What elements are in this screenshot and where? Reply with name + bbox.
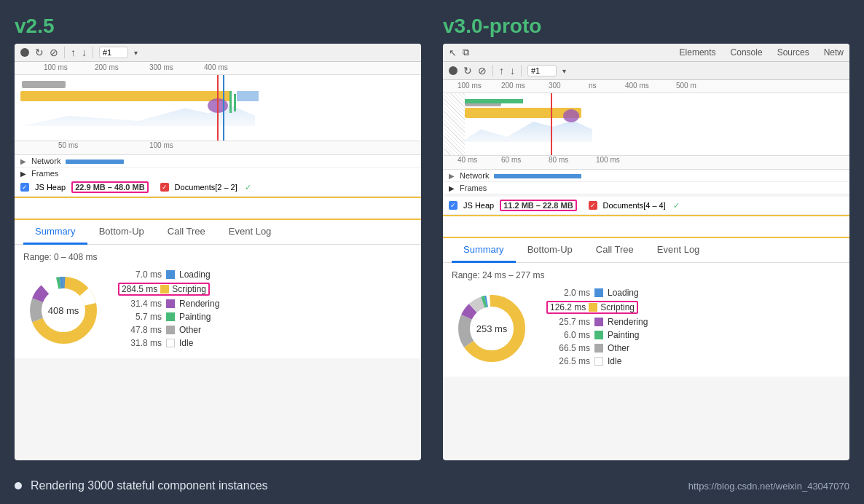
- right-record-button[interactable]: [449, 66, 457, 75]
- left-summary-content: Range: 0 – 408 ms: [15, 245, 421, 358]
- left-network-label: Network: [31, 157, 60, 165]
- left-download-icon[interactable]: ↓: [82, 47, 87, 58]
- right-timeline-wrap: 100 ms 200 ms 300 ns 400 ms 500 m: [443, 80, 849, 197]
- right-js-heap-value: 11.2 MB – 22.8 MB: [500, 200, 576, 211]
- right-frames-arrow: ▶: [449, 184, 455, 192]
- left-reload-icon[interactable]: ↻: [35, 47, 44, 58]
- right-tab-bottomup[interactable]: Bottom-Up: [516, 238, 584, 263]
- bottom-bullet: [15, 482, 22, 489]
- left-frames-arrow: ▶: [20, 170, 26, 178]
- right-scripting-value: 126.2 ms: [550, 302, 586, 312]
- left-arrow-icon[interactable]: ▾: [134, 49, 138, 57]
- left-record-button[interactable]: [20, 48, 29, 57]
- right-frames-row: ▶ Frames: [443, 182, 849, 194]
- right-memory-row: ✓ JS Heap 11.2 MB – 22.8 MB ✓ Documents[…: [443, 197, 849, 215]
- left-hash-input[interactable]: [99, 47, 128, 58]
- left-scripting-value: 284.5 ms: [122, 284, 157, 294]
- right-tab-network[interactable]: Netw: [824, 47, 844, 58]
- right-ruler-400: 400 ms: [625, 82, 649, 90]
- left-legend-loading: 7.0 ms Loading: [118, 269, 219, 280]
- right-loading-value: 2.0 ms: [546, 288, 590, 298]
- right-tab-elements[interactable]: Elements: [680, 47, 716, 58]
- left-other-value: 47.8 ms: [118, 325, 162, 335]
- right-summary-panel: Summary Bottom-Up Call Tree Event Log Ra…: [443, 237, 849, 377]
- right-tab-calltree[interactable]: Call Tree: [584, 238, 645, 263]
- right-other-label: Other: [608, 343, 629, 353]
- right-legend-painting: 6.0 ms Painting: [546, 330, 648, 340]
- left-donut-label: 408 ms: [48, 305, 79, 316]
- right-legend-scripting: 126.2 ms Scripting: [546, 301, 648, 314]
- right-network-row: ▶ Network: [443, 170, 849, 182]
- left-docs-checkbox[interactable]: ✓: [160, 183, 169, 192]
- left-bottom-ruler: 50 ms 100 ms: [15, 141, 421, 155]
- left-tab-bottomup[interactable]: Bottom-Up: [87, 220, 156, 245]
- left-docs-check-icon: ✓: [245, 183, 251, 192]
- right-cursor-icon[interactable]: ↖: [449, 47, 457, 58]
- left-donut-container: 408 ms: [23, 270, 103, 350]
- right-green-bar: [465, 99, 523, 103]
- right-60ms: 60 ms: [501, 156, 521, 164]
- right-js-heap-checkbox[interactable]: ✓: [449, 201, 457, 210]
- right-ruler-200: 200 ms: [501, 82, 525, 90]
- left-100ms: 100 ms: [149, 141, 173, 149]
- left-network-bar: [66, 160, 124, 164]
- left-idle-color: [166, 339, 175, 347]
- left-green-spike2: [234, 94, 236, 111]
- right-idle-label: Idle: [608, 356, 621, 366]
- left-tab-calltree[interactable]: Call Tree: [156, 220, 217, 245]
- right-tracks: [443, 93, 849, 155]
- left-blue-track: [237, 91, 259, 101]
- right-stop-icon[interactable]: ⊘: [478, 65, 487, 76]
- left-loading-color: [166, 270, 175, 279]
- right-scripting-color: [589, 303, 597, 312]
- left-painting-value: 5.7 ms: [118, 312, 162, 322]
- left-summary-panel: Summary Bottom-Up Call Tree Event Log Ra…: [15, 218, 421, 358]
- left-50ms: 50 ms: [58, 141, 78, 149]
- right-pages-icon[interactable]: ⧉: [463, 47, 469, 58]
- right-top-ruler: 100 ms 200 ms 300 ns 400 ms 500 m: [443, 80, 849, 93]
- right-legend-rendering: 25.7 ms Rendering: [546, 317, 648, 327]
- right-arrow-icon[interactable]: ▾: [562, 67, 566, 75]
- right-loading-color: [594, 288, 603, 297]
- left-js-heap-checkbox[interactable]: ✓: [20, 183, 29, 192]
- left-gray-track: [22, 81, 66, 88]
- right-ruler-500: 500 m: [676, 82, 696, 90]
- right-ruler-ns: ns: [589, 82, 597, 90]
- right-hash-input[interactable]: [527, 65, 557, 76]
- main-container: v2.5 ↻ ⊘ ↑ ↓ ▾ 100: [0, 0, 864, 504]
- right-tab-summary[interactable]: Summary: [452, 238, 516, 263]
- left-scripting-label: Scripting: [172, 284, 206, 294]
- left-upload-icon[interactable]: ↑: [71, 47, 76, 58]
- right-download-icon[interactable]: ↓: [510, 65, 515, 76]
- bottom-link[interactable]: https://blog.csdn.net/weixin_43047070: [688, 481, 849, 492]
- left-chart-spacer: [15, 197, 421, 218]
- right-legend-idle: 26.5 ms Idle: [546, 356, 648, 366]
- right-version-label: v3.0-proto: [443, 15, 849, 38]
- right-tab-console[interactable]: Console: [731, 47, 763, 58]
- right-tab-eventlog[interactable]: Event Log: [645, 238, 712, 263]
- right-upload-icon[interactable]: ↑: [499, 65, 504, 76]
- right-legend-loading: 2.0 ms Loading: [546, 288, 648, 298]
- right-idle-value: 26.5 ms: [546, 356, 590, 366]
- right-toolbar: ↖ ⧉ Elements Console Sources Netw: [443, 44, 849, 62]
- right-tab-sources[interactable]: Sources: [777, 47, 809, 58]
- right-reload-icon[interactable]: ↻: [463, 65, 472, 76]
- right-summary-tabs: Summary Bottom-Up Call Tree Event Log: [443, 238, 849, 263]
- right-rendering-value: 25.7 ms: [546, 317, 590, 327]
- right-docs-check-icon: ✓: [673, 201, 680, 210]
- right-painting-color: [594, 331, 603, 339]
- right-docs-checkbox[interactable]: ✓: [589, 201, 597, 210]
- left-frames-row: ▶ Frames: [15, 168, 421, 178]
- left-network-arrow: ▶: [20, 157, 26, 165]
- left-other-label: Other: [179, 325, 201, 335]
- left-ruler-100: 100 ms: [44, 63, 68, 71]
- right-other-value: 66.5 ms: [546, 343, 590, 353]
- left-stop-icon[interactable]: ⊘: [50, 47, 58, 58]
- left-tab-eventlog[interactable]: Event Log: [217, 220, 283, 245]
- right-rendering-color: [594, 318, 603, 326]
- left-loading-label: Loading: [179, 269, 211, 280]
- left-tab-summary[interactable]: Summary: [23, 220, 87, 245]
- top-section: v2.5 ↻ ⊘ ↑ ↓ ▾ 100: [0, 0, 864, 468]
- left-legend-idle: 31.8 ms Idle: [118, 338, 219, 348]
- left-ruler-300: 300 ms: [149, 63, 173, 71]
